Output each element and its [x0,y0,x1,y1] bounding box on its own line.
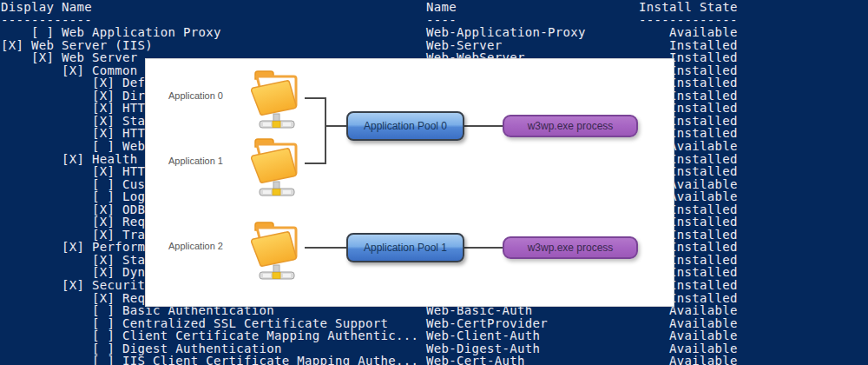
connector-junction-pool0 [325,125,346,127]
powershell-window: Display Name Name Install State --------… [0,0,868,365]
application-1-label: Application 1 [168,156,223,166]
application-pool-0-label: Application Pool 0 [364,120,447,132]
w3wp-process-0-label: w3wp.exe process [528,120,614,132]
application-pool-1-box: Application Pool 1 [346,233,464,262]
connector-folder0-junction [305,97,326,99]
application-pool-0-box: Application Pool 0 [346,111,464,141]
application-2-label: Application 2 [168,241,223,251]
connector-junction-vertical [325,97,326,164]
w3wp-process-1-label: w3wp.exe process [528,242,614,254]
w3wp-process-1-box: w3wp.exe process [503,236,638,259]
connector-pool1-process1 [464,247,503,249]
connector-pool0-process0 [464,125,503,127]
iis-architecture-diagram: Application 0 Application 1 Application … [145,58,674,307]
application-0-folder-icon [249,69,305,129]
application-0-label: Application 0 [168,90,223,101]
connector-folder1-junction [305,163,326,164]
application-pool-1-label: Application Pool 1 [364,242,447,254]
connector-folder2-pool1 [305,247,346,249]
application-1-folder-icon [249,136,305,197]
application-2-folder-icon [249,220,305,281]
w3wp-process-0-box: w3wp.exe process [503,115,638,137]
